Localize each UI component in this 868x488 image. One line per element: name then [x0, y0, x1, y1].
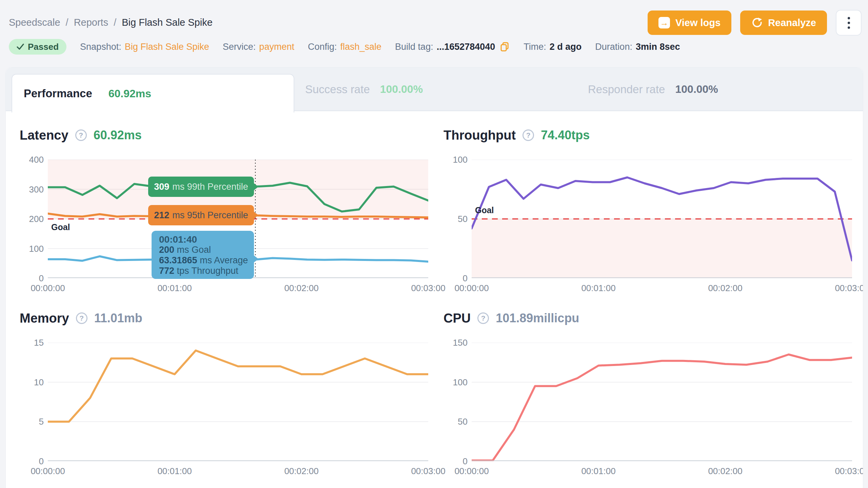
- throughput-value: 74.40tps: [541, 128, 590, 142]
- tab-performance-value: 60.92ms: [108, 87, 151, 100]
- meta-config: Config: flash_sale: [308, 42, 381, 52]
- snapshot-link[interactable]: Big Flash Sale Spike: [125, 42, 209, 52]
- cpu-xtick: 00:03:00: [835, 466, 863, 476]
- header-actions: → View logs Reanalyze: [648, 10, 862, 36]
- tooltip-detail: 00:01:40 200 ms Goal 63.31865 ms Average…: [152, 231, 254, 279]
- memory-plot[interactable]: [48, 343, 428, 461]
- throughput-ytick: 0: [435, 273, 468, 284]
- tooltip-95th-percentile: 212 ms 95th Percentile: [148, 205, 254, 225]
- meta-service: Service: payment: [223, 42, 294, 52]
- meta-label: Snapshot:: [80, 42, 121, 52]
- tab-success-rate-value: 100.00%: [380, 83, 423, 96]
- cpu-ytick: 100: [435, 377, 468, 388]
- latency-title: Latency: [20, 128, 68, 143]
- memory-value: 11.01mb: [94, 311, 142, 325]
- view-logs-icon: →: [658, 17, 670, 28]
- tooltip-detail-throughput: 772 tps Throughput: [159, 266, 254, 276]
- tab-performance-label: Performance: [24, 87, 92, 100]
- status-bar: Passed Snapshot: Big Flash Sale Spike Se…: [9, 38, 680, 56]
- latency-xtick: 00:03:00: [411, 283, 445, 293]
- latency-ytick: 400: [12, 155, 44, 165]
- latency-goal-label: Goal: [51, 222, 70, 232]
- reanalyze-button[interactable]: Reanalyze: [740, 11, 827, 35]
- time-value: 2 d ago: [550, 42, 582, 52]
- latency-ytick: 100: [12, 244, 44, 254]
- cpu-ytick: 50: [435, 416, 468, 427]
- build-tag-value: ...1652784040: [437, 42, 495, 52]
- cpu-ytick: 150: [435, 338, 468, 348]
- memory-ytick: 10: [12, 377, 44, 388]
- memory-help-icon[interactable]: ?: [76, 312, 87, 324]
- tooltip-95th-value: 212: [154, 210, 169, 221]
- cpu-xtick: 00:00:00: [454, 466, 489, 476]
- meta-duration: Duration: 3min 8sec: [595, 42, 680, 52]
- reanalyze-icon: [751, 17, 763, 28]
- kebab-menu-button[interactable]: [836, 10, 862, 36]
- tab-performance[interactable]: Performance 60.92ms: [12, 74, 294, 113]
- latency-ytick: 200: [12, 214, 44, 224]
- tab-success-rate[interactable]: Success rate 100.00%: [305, 67, 423, 111]
- tooltip-detail-average: 63.31865 ms Average: [159, 255, 254, 266]
- breadcrumb-separator: /: [66, 17, 68, 28]
- memory-xtick: 00:01:00: [157, 466, 192, 476]
- speedscale-report-page: Speedscale / Reports / Big Flash Sale Sp…: [0, 0, 868, 488]
- tab-responder-rate-label: Responder rate: [588, 83, 665, 96]
- tooltip-detail-time: 00:01:40: [159, 234, 254, 245]
- cpu-plot[interactable]: [472, 343, 852, 461]
- meta-label: Build tag:: [395, 42, 433, 52]
- tooltip-99th-value: 309: [154, 182, 169, 192]
- latency-help-icon[interactable]: ?: [75, 129, 87, 141]
- memory-title-row: Memory?11.01mb: [20, 309, 142, 328]
- tooltip-detail-goal: 200 ms Goal: [159, 245, 254, 255]
- kebab-dot: [848, 22, 850, 24]
- breadcrumb-current: Big Flash Sale Spike: [122, 17, 213, 28]
- breadcrumb-reports[interactable]: Reports: [74, 17, 108, 28]
- latency-title-row: Latency?60.92ms: [20, 126, 142, 145]
- config-link[interactable]: flash_sale: [340, 42, 381, 52]
- throughput-goal-label: Goal: [475, 205, 494, 215]
- throughput-xtick: 00:02:00: [708, 283, 742, 293]
- breadcrumb-speedscale[interactable]: Speedscale: [9, 17, 60, 28]
- memory-xtick: 00:02:00: [284, 466, 318, 476]
- breadcrumb: Speedscale / Reports / Big Flash Sale Sp…: [9, 17, 213, 28]
- cpu-help-icon[interactable]: ?: [477, 312, 489, 324]
- tab-success-rate-label: Success rate: [305, 83, 370, 96]
- tooltip-99th-label: ms 99th Percentile: [172, 182, 248, 192]
- reanalyze-label: Reanalyze: [768, 17, 816, 28]
- latency-ytick: 300: [12, 184, 44, 195]
- tooltip-99th-percentile: 309 ms 99th Percentile: [148, 177, 254, 197]
- service-link[interactable]: payment: [259, 42, 294, 52]
- throughput-xtick: 00:00:00: [454, 283, 489, 293]
- cpu-title-row: CPU?101.89millicpu: [443, 309, 579, 328]
- duration-value: 3min 8sec: [636, 42, 680, 52]
- throughput-title: Throughput: [443, 128, 516, 143]
- status-badge: Passed: [9, 39, 66, 55]
- throughput-plot[interactable]: [472, 160, 852, 278]
- throughput-ytick: 50: [435, 214, 468, 224]
- check-icon: [17, 43, 24, 50]
- throughput-help-icon[interactable]: ?: [522, 129, 534, 141]
- meta-label: Config:: [308, 42, 337, 52]
- view-logs-label: View logs: [675, 17, 721, 28]
- status-badge-label: Passed: [28, 42, 59, 52]
- kebab-dot: [848, 17, 850, 19]
- throughput-ytick: 100: [435, 155, 468, 165]
- cpu-title: CPU: [443, 311, 471, 326]
- latency-ytick: 0: [12, 273, 44, 284]
- view-logs-button[interactable]: → View logs: [648, 11, 731, 35]
- memory-xtick: 00:00:00: [31, 466, 65, 476]
- copy-icon[interactable]: [500, 42, 510, 52]
- report-card: Performance 60.92ms Success rate 100.00%…: [5, 67, 863, 488]
- latency-xtick: 00:00:00: [31, 283, 65, 293]
- memory-ytick: 5: [12, 416, 44, 427]
- meta-label: Time:: [524, 42, 546, 52]
- meta-label: Duration:: [595, 42, 632, 52]
- throughput-xtick: 00:01:00: [581, 283, 615, 293]
- cpu-xtick: 00:01:00: [581, 466, 615, 476]
- kebab-dot: [848, 26, 850, 29]
- cpu-value: 101.89millicpu: [496, 311, 579, 325]
- tab-responder-rate[interactable]: Responder rate 100.00%: [588, 67, 718, 111]
- latency-xtick: 00:02:00: [284, 283, 318, 293]
- throughput-title-row: Throughput?74.40tps: [443, 126, 590, 145]
- meta-time: Time: 2 d ago: [524, 42, 581, 52]
